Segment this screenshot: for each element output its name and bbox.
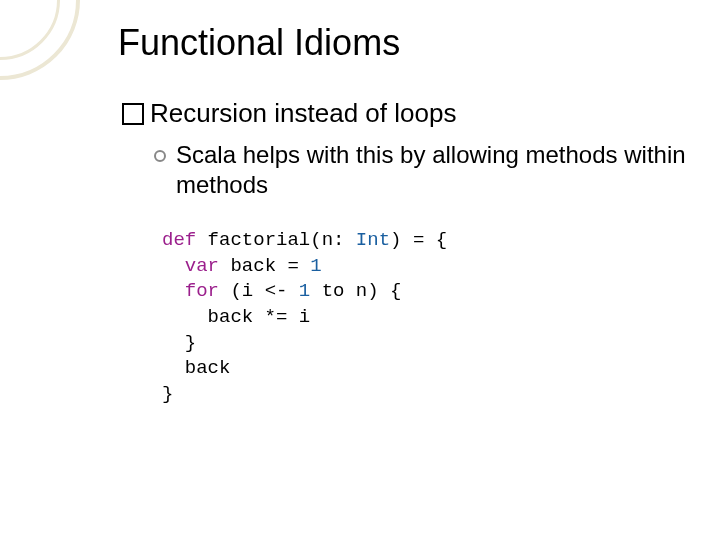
code-text: back *= i: [208, 306, 311, 328]
code-text: }: [162, 383, 173, 405]
code-type-int: Int: [356, 229, 390, 251]
slide-title: Functional Idioms: [118, 22, 400, 64]
bullet-item: Recursion instead of loops: [122, 98, 456, 129]
code-text: ) = {: [390, 229, 447, 251]
bullet-square-icon: [122, 103, 144, 125]
code-number: 1: [299, 280, 310, 302]
slide: Functional Idioms Recursion instead of l…: [0, 0, 720, 540]
code-text: factorial(n:: [196, 229, 356, 251]
bullet-text: Recursion instead of loops: [150, 98, 456, 129]
code-keyword-for: for: [185, 280, 219, 302]
code-number: 1: [310, 255, 321, 277]
code-keyword-def: def: [162, 229, 196, 251]
sub-bullet-item: Scala helps with this by allowing method…: [154, 140, 696, 200]
code-text: back: [185, 357, 231, 379]
code-keyword-var: var: [185, 255, 219, 277]
code-text: (i <-: [219, 280, 299, 302]
code-text: to n) {: [310, 280, 401, 302]
code-text: back =: [219, 255, 310, 277]
code-block: def factorial(n: Int) = { var back = 1 f…: [162, 228, 447, 407]
sub-bullet-text: Scala helps with this by allowing method…: [176, 140, 696, 200]
sub-bullet-circle-icon: [154, 150, 166, 162]
code-text: }: [185, 332, 196, 354]
